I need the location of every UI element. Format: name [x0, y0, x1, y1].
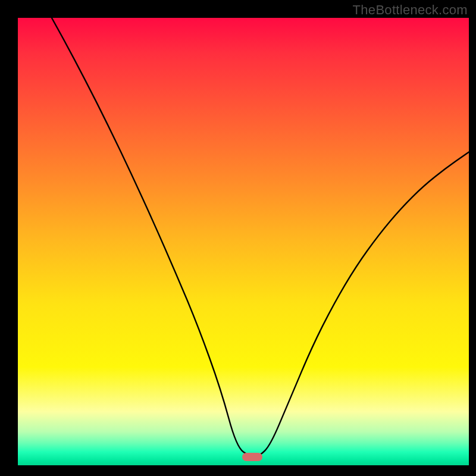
watermark-text: TheBottleneck.com	[353, 2, 468, 18]
bottleneck-curve	[18, 18, 469, 465]
plot-area	[18, 18, 469, 465]
bottleneck-min-marker	[242, 453, 262, 461]
chart-frame: TheBottleneck.com	[0, 0, 476, 476]
